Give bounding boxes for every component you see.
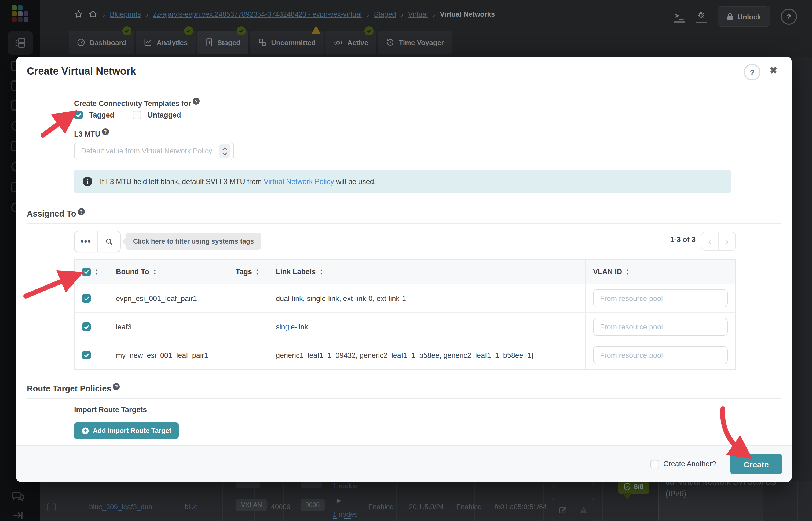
chat-icon[interactable] bbox=[11, 491, 24, 502]
next-page-icon[interactable]: › bbox=[718, 232, 735, 250]
help-icon[interactable]: ? bbox=[102, 128, 109, 135]
clipped-badge bbox=[300, 481, 322, 488]
help-icon[interactable]: ? bbox=[193, 98, 200, 105]
bound-to-cell: leaf3 bbox=[108, 313, 228, 341]
blueprint-tabs: Dashboard Analytics Staged Uncommitted !… bbox=[69, 31, 452, 54]
tab-dashboard[interactable]: Dashboard bbox=[69, 31, 134, 54]
pagination-buttons: ‹ › bbox=[701, 232, 736, 251]
table-toolbar: ••• bbox=[74, 231, 121, 252]
add-import-route-target-button[interactable]: Add Import Route Target bbox=[74, 422, 179, 439]
home-icon[interactable] bbox=[88, 10, 98, 19]
l3-mtu-input[interactable] bbox=[74, 142, 234, 160]
modal-footer: Create Another? Create bbox=[16, 445, 792, 482]
tab-active[interactable]: Active bbox=[325, 31, 376, 54]
tab-time-voyager[interactable]: Time Voyager bbox=[378, 31, 452, 54]
import-route-targets-label: Import Route Targets bbox=[74, 406, 147, 414]
vlan-id-input[interactable] bbox=[593, 346, 728, 364]
tab-staged[interactable]: Staged bbox=[197, 31, 248, 54]
assigned-to-heading: Assigned To? bbox=[27, 208, 85, 219]
row-checkbox[interactable] bbox=[82, 351, 91, 360]
unlock-label: Unlock bbox=[738, 13, 761, 21]
filter-hint-bubble[interactable]: Click here to filter using systems tags bbox=[126, 233, 262, 249]
unlock-button[interactable]: Unlock bbox=[717, 6, 770, 27]
tooltip-line2: (IPv6) bbox=[666, 488, 755, 500]
sort-icon: ▲▼ bbox=[320, 269, 323, 275]
tooltip-tail bbox=[623, 493, 632, 499]
terminal-icon[interactable]: >_ bbox=[674, 11, 685, 22]
breadcrumb-virtual[interactable]: Virtual bbox=[408, 10, 428, 18]
tab-status-check-icon bbox=[122, 26, 132, 36]
expand-caret-icon[interactable]: ▶ bbox=[337, 497, 341, 503]
column-header-vlan-id[interactable]: VLAN ID▲▼ bbox=[586, 260, 735, 284]
dashboard-icon bbox=[77, 38, 85, 47]
untagged-checkbox[interactable] bbox=[133, 111, 141, 119]
bound-to-cell: my_new_esi_001_leaf_pair1 bbox=[108, 341, 228, 369]
star-icon[interactable] bbox=[74, 10, 83, 19]
breadcrumb-blueprints[interactable]: Blueprints bbox=[110, 10, 141, 18]
row-checkbox[interactable] bbox=[47, 503, 56, 511]
create-button[interactable]: Create bbox=[730, 454, 782, 474]
breadcrumb-staged[interactable]: Staged bbox=[374, 10, 396, 18]
sidebar-item-blueprints[interactable] bbox=[7, 31, 33, 55]
search-icon[interactable] bbox=[97, 231, 120, 252]
modal-title: Create Virtual Network bbox=[27, 65, 136, 77]
tab-status-check-icon bbox=[364, 26, 374, 36]
link-labels-cell: generic1_leaf1_1_09432, generic2_leaf1_1… bbox=[268, 341, 585, 369]
apstra-logo bbox=[12, 5, 28, 22]
sort-icon: ▲▼ bbox=[153, 269, 157, 275]
vn-ipv4-subnet: 20.1.5.0/24 bbox=[409, 503, 444, 511]
edit-icon[interactable] bbox=[552, 498, 573, 521]
help-icon[interactable]: ? bbox=[78, 208, 85, 215]
create-another-label: Create Another? bbox=[663, 460, 716, 468]
column-header-tags[interactable]: Tags▲▼ bbox=[228, 260, 268, 284]
tags-cell bbox=[228, 313, 268, 341]
prev-row-nodes-link[interactable]: 1 nodes bbox=[333, 482, 358, 491]
tagged-checkbox[interactable] bbox=[74, 111, 83, 119]
vn-name-link[interactable]: blue_309_leaf3_dual bbox=[89, 503, 154, 511]
tab-status-warning-icon: ! bbox=[311, 26, 321, 35]
modal-help-icon[interactable]: ? bbox=[744, 64, 761, 81]
column-header-link-labels[interactable]: Link Labels▲▼ bbox=[268, 260, 585, 284]
logout-icon[interactable] bbox=[12, 510, 24, 521]
tab-status-check-icon bbox=[184, 26, 193, 36]
breadcrumb-current: Virtual Networks bbox=[440, 10, 495, 18]
banner-text: If L3 MTU field left blank, default SVI … bbox=[100, 177, 376, 185]
tab-analytics[interactable]: Analytics bbox=[136, 31, 196, 54]
sort-icon[interactable]: ▲▼ bbox=[94, 269, 98, 275]
tab-uncommitted[interactable]: Uncommitted ! bbox=[250, 31, 324, 54]
bound-to-cell: evpn_esi_001_leaf_pair1 bbox=[108, 285, 228, 312]
sort-icon: ▲▼ bbox=[256, 269, 260, 275]
select-all-checkbox[interactable] bbox=[82, 268, 91, 276]
vn-description[interactable]: blue bbox=[185, 503, 198, 511]
vn-nodes-link[interactable]: 1 nodes bbox=[333, 510, 358, 519]
more-options-icon[interactable]: ••• bbox=[74, 231, 97, 252]
help-circle-icon[interactable]: ? bbox=[781, 8, 797, 25]
vlan-id-input[interactable] bbox=[593, 289, 728, 308]
number-stepper[interactable] bbox=[219, 144, 230, 158]
info-icon: i bbox=[83, 177, 92, 186]
breadcrumb-separator: › bbox=[103, 10, 105, 19]
vn-ipv4-status: Enabled bbox=[368, 503, 394, 511]
route-target-policies-heading: Route Target Policies? bbox=[27, 383, 120, 393]
vn-vni: 40009 bbox=[271, 503, 290, 511]
blueprints-icon bbox=[15, 38, 26, 48]
vn-mtu-badge: 9000 bbox=[300, 499, 324, 511]
virtual-network-policy-link[interactable]: Virtual Network Policy bbox=[264, 177, 334, 185]
staged-icon bbox=[205, 38, 213, 47]
assigned-to-table: ▲▼ Bound To▲▼ Tags▲▼ Link Labels▲▼ VLAN … bbox=[74, 259, 736, 370]
create-another-checkbox[interactable] bbox=[651, 460, 659, 469]
link-labels-cell: single-link bbox=[268, 313, 585, 341]
help-icon[interactable]: ? bbox=[113, 383, 120, 390]
column-header-bound-to[interactable]: Bound To▲▼ bbox=[108, 260, 228, 284]
row-checkbox[interactable] bbox=[82, 294, 91, 303]
lock-icon bbox=[726, 13, 734, 21]
l3-mtu-label: L3 MTU? bbox=[74, 128, 109, 138]
modal-close-icon[interactable]: ✖ bbox=[770, 65, 777, 76]
tags-cell bbox=[228, 285, 268, 312]
row-checkbox[interactable] bbox=[82, 322, 91, 331]
bug-icon[interactable] bbox=[695, 10, 706, 23]
connectivity-heading: Create Connectivity Templates for? bbox=[74, 98, 200, 108]
vlan-id-input[interactable] bbox=[593, 318, 728, 336]
prev-page-icon[interactable]: ‹ bbox=[701, 232, 718, 250]
breadcrumb-blueprint-name[interactable]: zz-ajarvis-evpn.vex.2485377892354-374324… bbox=[153, 10, 362, 18]
